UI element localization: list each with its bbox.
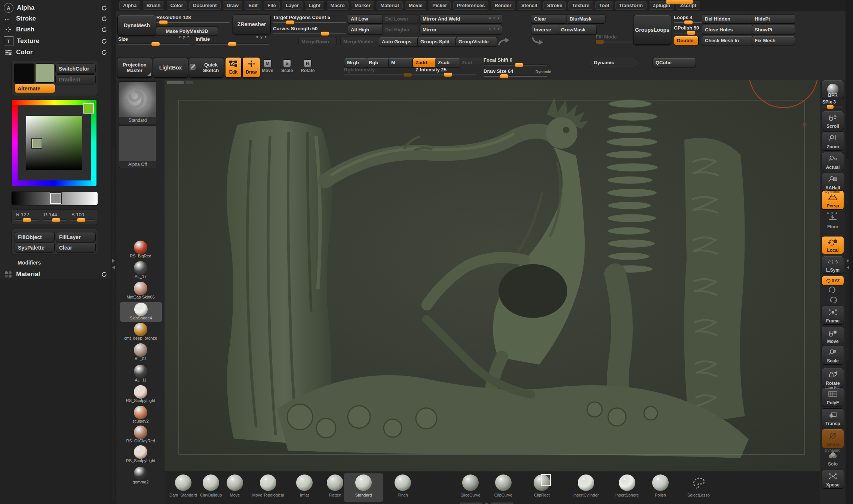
- show-pt-button[interactable]: ShowPt: [752, 25, 795, 34]
- hide-pt-button[interactable]: HidePt: [752, 14, 795, 24]
- tray-scrollbar[interactable]: [491, 503, 513, 504]
- rgb-intensity-handle[interactable]: [403, 72, 412, 77]
- double-button[interactable]: Double: [674, 36, 699, 45]
- tray-expand-arrow-icon[interactable]: [112, 259, 115, 263]
- actual-button[interactable]: x1 Actual: [822, 152, 844, 171]
- bpr-button[interactable]: BPR: [822, 80, 844, 99]
- current-alpha-thumbnail[interactable]: Alpha Off: [119, 126, 156, 168]
- focal-shift-handle[interactable]: [515, 63, 524, 67]
- rgb-button[interactable]: Rgb: [366, 58, 391, 67]
- restore-config-icon[interactable]: [100, 270, 108, 278]
- fix-mesh-button[interactable]: Fix Mesh: [752, 36, 795, 45]
- merge-down-button[interactable]: MergeDown: [298, 37, 337, 46]
- menu-stroke[interactable]: Stroke: [543, 1, 566, 10]
- document-canvas[interactable]: [165, 80, 820, 471]
- make-polymesh3d-button[interactable]: Make PolyMesh3D: [156, 27, 218, 36]
- del-hidden-button[interactable]: Del Hidden: [702, 14, 754, 24]
- current-brush-thumbnail[interactable]: Standard: [119, 81, 156, 124]
- palette-row-texture[interactable]: T Texture: [4, 36, 108, 46]
- frame-button[interactable]: Frame: [822, 306, 844, 325]
- aahalf-button[interactable]: AAHalf: [822, 173, 844, 192]
- menu-draw[interactable]: Draw: [223, 1, 242, 10]
- rotate-z-icon[interactable]: Z: [829, 296, 839, 306]
- close-holes-button[interactable]: Close Holes: [702, 25, 754, 34]
- del-lower-button[interactable]: Del Lower: [382, 14, 418, 24]
- switch-color-button[interactable]: SwitchColor: [55, 64, 96, 74]
- main-color-swatch[interactable]: [14, 64, 34, 84]
- right-tray-expand-icon[interactable]: [847, 259, 849, 263]
- material-item[interactable]: MatCap Skin06: [120, 281, 162, 301]
- tray-brush[interactable]: InsertCylinder: [568, 473, 604, 502]
- material-item[interactable]: gomma2: [120, 466, 162, 486]
- move-view-button[interactable]: Move: [822, 326, 844, 345]
- resolution-slider[interactable]: Resolution 128: [156, 15, 230, 23]
- spix-handle[interactable]: [826, 105, 834, 109]
- all-high-button[interactable]: All High: [348, 25, 384, 34]
- dynamic-button[interactable]: Dynamic: [591, 58, 637, 67]
- b-slider[interactable]: [71, 218, 95, 220]
- xyz-button[interactable]: XYZ: [822, 276, 844, 285]
- restore-config-icon[interactable]: [100, 4, 108, 12]
- canvas-scrollbar-segment[interactable]: [185, 81, 193, 84]
- zoom-button[interactable]: Zoom: [822, 132, 844, 151]
- inverse-button[interactable]: Inverse: [531, 25, 560, 34]
- fill-mode-handle[interactable]: [595, 40, 604, 44]
- material-item[interactable]: cmt_deep_bronze: [120, 322, 162, 342]
- z-intensity-handle[interactable]: [444, 72, 452, 77]
- menu-transform[interactable]: Transform: [615, 1, 647, 10]
- target-polygons-handle[interactable]: [286, 20, 295, 25]
- menu-layer[interactable]: Layer: [282, 1, 303, 10]
- value-gradient-bar[interactable]: [11, 191, 98, 205]
- undo-arrow-icon[interactable]: [531, 36, 544, 47]
- menu-tool[interactable]: Tool: [595, 1, 613, 10]
- canvas-scrollbar[interactable]: [167, 81, 184, 84]
- restore-config-icon[interactable]: [100, 49, 108, 56]
- scale-view-button[interactable]: Scale: [822, 346, 844, 365]
- alternate-button[interactable]: Alternate: [14, 84, 55, 93]
- edit-mode-button[interactable]: Edit: [225, 57, 242, 78]
- rotate-mode-button[interactable]: R Rotate: [301, 59, 314, 73]
- right-tray-collapse-icon[interactable]: [847, 266, 849, 269]
- tray-brush[interactable]: Move Topological: [248, 473, 289, 502]
- restore-config-icon[interactable]: [100, 37, 108, 45]
- clear-color-button[interactable]: Clear: [56, 242, 96, 253]
- menu-file[interactable]: File: [264, 1, 279, 10]
- restore-config-icon[interactable]: [100, 26, 108, 33]
- color-picker[interactable]: [12, 100, 96, 186]
- menu-movie[interactable]: Movie: [405, 1, 426, 10]
- grow-mask-button[interactable]: GrowMask: [558, 25, 597, 34]
- xpose-button[interactable]: Xpose: [822, 470, 844, 489]
- quick-sketch-button[interactable]: Quick Sketch: [189, 57, 224, 78]
- menu-light[interactable]: Light: [305, 1, 324, 10]
- hue-edge-bottom[interactable]: [12, 180, 96, 186]
- all-low-button[interactable]: All Low: [348, 14, 384, 24]
- menu-material[interactable]: Material: [377, 1, 402, 10]
- inflate-handle[interactable]: [228, 42, 237, 46]
- m-button[interactable]: M: [388, 58, 416, 67]
- material-item[interactable]: AL_04: [120, 343, 162, 362]
- spix-slider[interactable]: SPix 3: [822, 99, 843, 107]
- menu-alpha[interactable]: Alpha: [119, 1, 140, 10]
- polyf-button[interactable]: PolyF: [822, 387, 844, 406]
- inflate-slider[interactable]: Inflate: [196, 37, 269, 44]
- hue-edge-left[interactable]: [12, 105, 18, 181]
- loops-handle[interactable]: [684, 20, 693, 25]
- target-polygons-slider[interactable]: Target Polygons Count 5: [273, 15, 346, 23]
- transp-button[interactable]: Transp: [822, 408, 844, 427]
- local-button[interactable]: Local: [822, 236, 844, 254]
- focal-shift-slider[interactable]: Focal Shift 0: [484, 58, 547, 65]
- tray-brush[interactable]: Pinch: [386, 473, 420, 502]
- tray-brush[interactable]: Inflat: [289, 473, 319, 502]
- scroll-button[interactable]: Scroll: [822, 111, 844, 130]
- menu-texture[interactable]: Texture: [568, 1, 593, 10]
- mirror-button[interactable]: Mirror x y z: [420, 25, 502, 34]
- r-handle[interactable]: [22, 218, 31, 222]
- mirror-and-weld-button[interactable]: Mirror And Weld x y z: [420, 14, 502, 24]
- menu-document[interactable]: Document: [189, 1, 221, 10]
- tray-brush[interactable]: ClipRect: [526, 473, 558, 502]
- dynamesh-button[interactable]: DynaMesh: [117, 15, 156, 35]
- tray-brush[interactable]: ClipCurve: [488, 473, 519, 502]
- menu-brush[interactable]: Brush: [143, 1, 165, 10]
- group-visible-button[interactable]: GroupVisible: [455, 37, 497, 46]
- menu-picker[interactable]: Picker: [429, 1, 451, 10]
